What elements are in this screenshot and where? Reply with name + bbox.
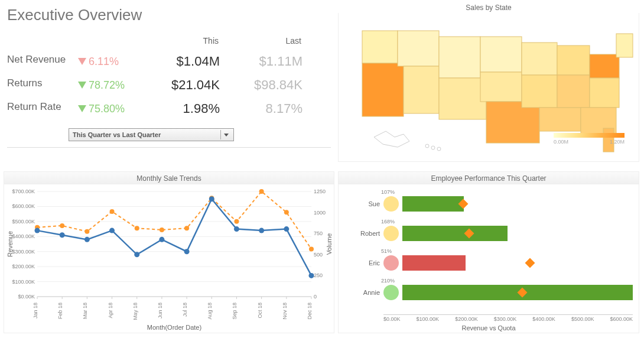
svg-point-19 — [425, 144, 429, 148]
emp-name: Eric — [344, 259, 380, 266]
svg-text:Nov 18: Nov 18 — [282, 303, 288, 320]
svg-point-20 — [431, 146, 435, 150]
emp-row: Annie 210% — [383, 279, 633, 306]
svg-text:$500.00K: $500.00K — [12, 219, 35, 225]
svg-rect-6 — [480, 37, 522, 72]
svg-text:$600.00K: $600.00K — [12, 203, 35, 209]
svg-rect-18 — [616, 34, 633, 57]
svg-text:Oct 18: Oct 18 — [257, 303, 263, 318]
svg-text:1000: 1000 — [314, 210, 326, 216]
kpi-label: Returns — [7, 77, 78, 93]
trends-panel: Monthly Sale Trends $0.00K$100.00K$200.0… — [4, 171, 334, 338]
kpi-label: Return Rate — [7, 101, 78, 116]
svg-point-85 — [159, 237, 164, 242]
svg-text:Feb 18: Feb 18 — [57, 303, 63, 319]
svg-text:Jun 18: Jun 18 — [157, 303, 163, 318]
map-body[interactable]: 0.00M1.20M — [338, 13, 639, 162]
svg-rect-12 — [557, 46, 590, 75]
emp-bar — [402, 226, 508, 241]
svg-text:Revenue: Revenue — [6, 231, 14, 257]
svg-rect-5 — [439, 78, 486, 119]
emp-name: Sue — [344, 200, 380, 207]
svg-rect-13 — [557, 75, 590, 108]
emp-bar — [402, 196, 464, 212]
kpi-col-this: This — [143, 36, 226, 46]
emp-pct: 107% — [381, 189, 395, 195]
period-selector[interactable]: This Quarter vs Last Quarter — [69, 128, 234, 141]
svg-text:$400.00K: $400.00K — [12, 233, 35, 239]
emp-pct: 51% — [381, 248, 392, 254]
emp-name: Annie — [344, 289, 380, 296]
kpi-this: 1.98% — [143, 101, 226, 116]
kpi-change: 6.11% — [78, 54, 143, 69]
kpi-label: Net Revenue — [7, 54, 78, 69]
kpi-this: $1.04M — [143, 54, 226, 69]
kpi-last: $1.11M — [226, 54, 308, 69]
svg-point-72 — [135, 226, 139, 230]
page-title: Executive Overview — [7, 6, 334, 24]
emp-x-label: Revenue vs Quota — [339, 324, 639, 332]
svg-point-83 — [109, 228, 115, 233]
svg-text:Sep 18: Sep 18 — [232, 303, 238, 320]
svg-text:Jan 18: Jan 18 — [32, 303, 38, 318]
emp-title: Employee Performance This Quarter — [338, 171, 639, 184]
svg-point-88 — [234, 226, 239, 232]
svg-rect-1 — [362, 63, 404, 116]
emp-panel: Employee Performance This Quarter Sue 10… — [338, 171, 639, 338]
svg-point-76 — [234, 219, 239, 224]
emp-bar — [402, 255, 466, 271]
svg-text:Apr 18: Apr 18 — [108, 303, 113, 318]
svg-text:750: 750 — [314, 230, 323, 236]
svg-rect-7 — [480, 72, 522, 102]
svg-point-89 — [259, 228, 264, 233]
svg-rect-14 — [590, 54, 619, 78]
svg-text:0: 0 — [314, 294, 317, 300]
svg-point-21 — [437, 147, 441, 151]
map-legend: 0.00M1.20M — [554, 133, 625, 145]
kpi-this: $21.04K — [143, 77, 226, 93]
emp-chart[interactable]: Sue 107% Robert 168% Eric 51% An — [338, 184, 639, 333]
map-title: Sales by State — [338, 4, 639, 12]
svg-point-79 — [309, 246, 314, 251]
divider — [7, 147, 331, 148]
svg-point-81 — [60, 232, 65, 238]
emp-row: Eric 51% — [383, 249, 633, 277]
kpi-change: 75.80% — [78, 101, 143, 116]
emp-x-axis: $0.00K$100.00K$200.00K$300.00K$400.00K$5… — [383, 314, 633, 322]
svg-point-80 — [35, 228, 40, 233]
svg-text:Dec 18: Dec 18 — [307, 303, 313, 320]
svg-text:$200.00K: $200.00K — [12, 264, 35, 269]
svg-rect-3 — [404, 66, 439, 113]
emp-pct: 210% — [381, 278, 395, 284]
svg-text:Mar 18: Mar 18 — [82, 303, 88, 319]
svg-text:250: 250 — [314, 272, 323, 278]
emp-row: Sue 107% — [383, 190, 633, 217]
kpi-last: 8.17% — [226, 101, 308, 116]
status-dot-icon — [383, 285, 399, 300]
trends-chart[interactable]: $0.00K$100.00K$200.00K$300.00K$400.00K$5… — [4, 184, 334, 333]
svg-text:Aug 18: Aug 18 — [207, 303, 213, 320]
svg-point-91 — [309, 273, 314, 278]
svg-text:May 18: May 18 — [132, 303, 138, 320]
arrow-down-icon — [78, 82, 86, 89]
svg-point-90 — [284, 226, 289, 232]
period-selector-label: This Quarter vs Last Quarter — [73, 131, 161, 138]
svg-text:1250: 1250 — [314, 188, 326, 194]
svg-rect-11 — [539, 108, 581, 131]
map-panel: Sales by State — [338, 4, 639, 168]
svg-point-73 — [160, 228, 164, 232]
svg-point-71 — [110, 209, 115, 214]
svg-text:$700.00K: $700.00K — [12, 188, 35, 194]
trends-title: Monthly Sale Trends — [4, 171, 334, 184]
svg-rect-2 — [398, 31, 439, 66]
svg-text:500: 500 — [314, 252, 323, 258]
svg-point-78 — [284, 210, 289, 214]
quota-marker-icon — [525, 258, 535, 268]
svg-point-70 — [84, 229, 89, 234]
status-dot-icon — [383, 196, 399, 212]
chevron-down-icon — [220, 130, 231, 139]
kpi-change: 78.72% — [78, 77, 143, 93]
kpi-last: $98.84K — [226, 77, 308, 93]
svg-text:$0.00K: $0.00K — [18, 294, 35, 300]
kpi-panel: Executive Overview This Last Net Revenue… — [4, 4, 334, 168]
